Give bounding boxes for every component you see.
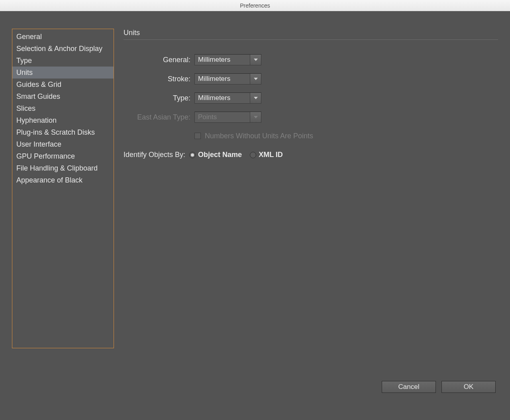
ok-button[interactable]: OK [441,381,496,393]
titlebar: Preferences [0,0,510,11]
dropdown-general-value: Millimeters [195,56,250,64]
row-stroke-units: Stroke: Millimeters [124,73,498,84]
label-general: General: [124,56,194,64]
sidebar-item-user-interface[interactable]: User Interface [12,138,114,150]
radio-object-name[interactable]: Object Name [189,151,242,159]
sidebar-item-smart-guides[interactable]: Smart Guides [12,90,114,102]
chevron-down-icon [250,55,261,65]
radio-icon [189,152,196,158]
sidebar-item-type[interactable]: Type [12,55,114,67]
sidebar-item-selection-anchor-display[interactable]: Selection & Anchor Display [12,43,114,55]
sidebar-item-units[interactable]: Units [12,67,114,79]
row-general-units: General: Millimeters [124,54,498,65]
dropdown-type-units[interactable]: Millimeters [194,92,261,104]
category-sidebar: GeneralSelection & Anchor DisplayTypeUni… [12,29,114,348]
dropdown-east-asian-value: Points [195,113,250,121]
radio-icon [250,152,256,158]
cancel-button[interactable]: Cancel [382,381,436,393]
sidebar-item-slices[interactable]: Slices [12,102,114,114]
dropdown-stroke-value: Millimeters [195,75,250,83]
window-title: Preferences [240,2,270,9]
label-type: Type: [124,94,194,102]
radio-group-identify-by: Object Name XML ID [189,151,283,159]
radio-xml-id-label: XML ID [259,151,283,159]
radio-object-name-label: Object Name [198,151,242,159]
row-identify-objects-by: Identify Objects By: Object Name XML ID [124,151,498,159]
row-numbers-without-units: Numbers Without Units Are Points [194,131,498,141]
dropdown-stroke-units[interactable]: Millimeters [194,73,261,84]
sidebar-item-appearance-of-black[interactable]: Appearance of Black [12,174,114,186]
settings-panel: Units General: Millimeters Stroke: Milli… [124,29,498,408]
row-type-units: Type: Millimeters [124,92,498,104]
dropdown-east-asian-units: Points [194,112,261,123]
dropdown-general-units[interactable]: Millimeters [194,54,261,65]
chevron-down-icon [250,93,261,103]
sidebar-item-file-handling-clipboard[interactable]: File Handling & Clipboard [12,162,114,174]
chevron-down-icon [250,112,261,122]
row-east-asian-type-units: East Asian Type: Points [124,112,498,123]
dropdown-type-value: Millimeters [195,94,250,102]
dialog-body: GeneralSelection & Anchor DisplayTypeUni… [0,11,510,420]
chevron-down-icon [250,74,261,84]
dialog-footer: Cancel OK [382,381,496,393]
sidebar-item-general[interactable]: General [12,31,114,43]
label-east-asian: East Asian Type: [124,113,194,122]
radio-xml-id[interactable]: XML ID [250,151,283,159]
sidebar-item-gpu-performance[interactable]: GPU Performance [12,150,114,162]
sidebar-item-guides-grid[interactable]: Guides & Grid [12,79,114,90]
label-numbers-without-units: Numbers Without Units Are Points [205,132,313,140]
panel-title: Units [124,29,498,40]
checkbox-numbers-without-units [194,133,201,139]
label-stroke: Stroke: [124,75,194,83]
sidebar-item-hyphenation[interactable]: Hyphenation [12,114,114,126]
sidebar-item-plug-ins-scratch-disks[interactable]: Plug-ins & Scratch Disks [12,126,114,138]
label-identify-by: Identify Objects By: [124,151,185,159]
